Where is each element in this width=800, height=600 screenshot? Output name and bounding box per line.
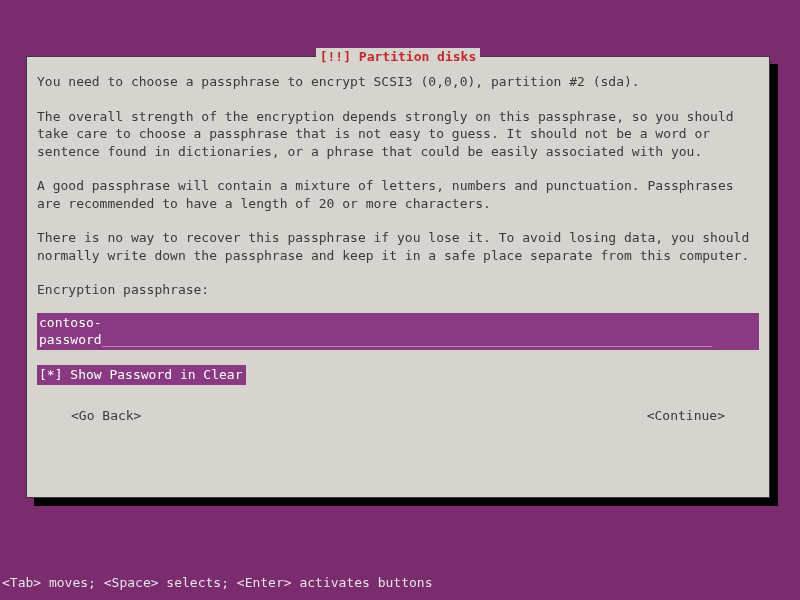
checkbox-state: [*] [39,367,62,382]
passphrase-input[interactable]: contoso-password________________________… [37,313,759,350]
info-paragraph-4: There is no way to recover this passphra… [37,229,759,264]
partition-disks-dialog: [!!] Partition disks You need to choose … [26,56,770,498]
info-paragraph-3: A good passphrase will contain a mixture… [37,177,759,212]
info-paragraph-2: The overall strength of the encryption d… [37,108,759,161]
passphrase-value: contoso-password [39,315,102,348]
passphrase-label: Encryption passphrase: [37,281,759,299]
footer-hint: <Tab> moves; <Space> selects; <Enter> ac… [2,574,432,592]
continue-button[interactable]: <Continue> [647,407,725,425]
checkbox-label: Show Password in Clear [70,367,242,382]
info-paragraph-1: You need to choose a passphrase to encry… [37,73,759,91]
go-back-button[interactable]: <Go Back> [71,407,141,425]
show-password-checkbox[interactable]: [*] Show Password in Clear [37,365,246,385]
input-filler: ________________________________________… [102,332,712,347]
